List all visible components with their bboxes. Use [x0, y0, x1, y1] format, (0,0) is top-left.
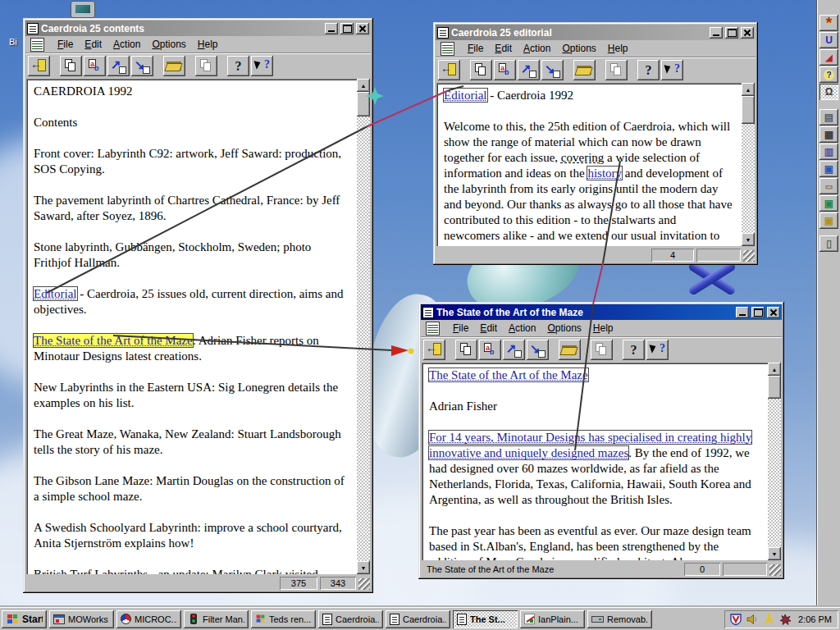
- menu-edit[interactable]: Edit: [79, 37, 107, 52]
- vertical-scrollbar[interactable]: ▲ ▼: [357, 79, 370, 574]
- scroll-up-button[interactable]: ▲: [768, 363, 781, 376]
- printer-dark-icon-button[interactable]: [819, 126, 838, 143]
- vertical-scrollbar[interactable]: ▲ ▼: [742, 83, 755, 246]
- scroll-thumb[interactable]: [768, 376, 781, 399]
- close-button[interactable]: [356, 23, 369, 34]
- menu-action[interactable]: Action: [518, 41, 556, 56]
- editorial-link[interactable]: Editorial: [444, 89, 487, 102]
- context-help-button[interactable]: ?: [251, 56, 273, 76]
- open-folder-button[interactable]: [163, 56, 185, 76]
- task-button-removable[interactable]: Removab...: [587, 610, 652, 628]
- mouse-device-icon-button[interactable]: [819, 178, 838, 194]
- menu-help[interactable]: Help: [602, 41, 634, 56]
- menu-edit[interactable]: Edit: [489, 41, 518, 56]
- pda-icon-button[interactable]: [819, 235, 838, 252]
- open-folder-button[interactable]: [559, 340, 581, 360]
- exit-button[interactable]: ←: [28, 56, 50, 76]
- task-button-ianplain[interactable]: IanPlain...: [520, 610, 585, 628]
- search-replace-button[interactable]: ab: [494, 60, 516, 80]
- menu-options[interactable]: Options: [541, 321, 587, 336]
- start-button[interactable]: Start: [2, 610, 47, 628]
- titlebar[interactable]: Caerdroia 25 contents: [25, 21, 371, 36]
- guide-app-icon[interactable]: [422, 307, 434, 318]
- context-help-button[interactable]: ?: [661, 60, 683, 80]
- stapler-icon-button[interactable]: [819, 49, 838, 66]
- document-icon-button[interactable]: [27, 37, 47, 52]
- printer-color-icon-button[interactable]: [819, 109, 838, 126]
- desktop-icon[interactable]: [71, 1, 95, 18]
- task-button-microc[interactable]: MICROC...: [116, 610, 181, 628]
- article-title-link[interactable]: The State of the Art of the Maze: [429, 368, 588, 381]
- minimize-button[interactable]: [710, 27, 723, 39]
- guide-app-icon[interactable]: [437, 27, 449, 39]
- editorial-link[interactable]: Editorial: [34, 287, 77, 300]
- resize-grip[interactable]: [358, 578, 370, 590]
- menu-edit[interactable]: Edit: [474, 321, 503, 336]
- scroll-thumb[interactable]: [742, 96, 755, 124]
- scroll-down-button[interactable]: ▼: [357, 561, 370, 574]
- jump-in-button[interactable]: ↘: [541, 60, 564, 80]
- history-link[interactable]: history: [587, 167, 622, 180]
- menu-action[interactable]: Action: [503, 321, 541, 336]
- menu-file[interactable]: File: [462, 41, 489, 56]
- virus-shield-icon[interactable]: [729, 613, 742, 626]
- copy-button[interactable]: [605, 60, 628, 80]
- menu-action[interactable]: Action: [107, 37, 146, 52]
- scroll-thumb[interactable]: [357, 92, 370, 116]
- task-button-moworks[interactable]: MOWorks: [49, 610, 114, 628]
- coil-icon-button[interactable]: [819, 32, 838, 48]
- resize-grip[interactable]: [743, 250, 755, 262]
- task-button-caerdroia-1[interactable]: Caerdroia...: [318, 610, 383, 628]
- device-green-icon-button[interactable]: [819, 195, 838, 212]
- search-replace-button[interactable]: ab: [84, 56, 106, 76]
- close-button[interactable]: [767, 307, 780, 318]
- note-link[interactable]: covering: [561, 151, 604, 164]
- jump-in-button[interactable]: ↘: [131, 56, 153, 76]
- copy-pages-button[interactable]: [455, 340, 477, 360]
- scroll-down-button[interactable]: ▼: [742, 233, 755, 246]
- menu-file[interactable]: File: [52, 37, 79, 52]
- scroll-down-button[interactable]: ▼: [768, 547, 781, 560]
- search-replace-button[interactable]: ab: [479, 340, 501, 360]
- menu-help[interactable]: Help: [587, 321, 619, 336]
- minimize-button[interactable]: [736, 307, 749, 318]
- scroll-up-button[interactable]: ▲: [742, 83, 755, 96]
- maximize-button[interactable]: [725, 27, 738, 39]
- menu-options[interactable]: Options: [556, 41, 601, 56]
- copy-button[interactable]: [195, 56, 217, 76]
- task-button-teds[interactable]: Teds ren...: [251, 610, 316, 628]
- minimize-button[interactable]: [325, 23, 338, 34]
- resize-grip[interactable]: [769, 564, 781, 576]
- menu-file[interactable]: File: [447, 321, 474, 336]
- exit-button[interactable]: ←: [438, 60, 460, 80]
- titlebar[interactable]: Caerdroia 25 editorial: [436, 25, 756, 40]
- scroll-up-button[interactable]: ▲: [357, 79, 370, 92]
- jump-out-button[interactable]: ↗: [518, 60, 540, 80]
- help-button[interactable]: ?: [623, 340, 645, 360]
- exit-button[interactable]: ←: [423, 340, 445, 360]
- bulb-help-icon-button[interactable]: [819, 66, 838, 83]
- jump-in-button[interactable]: ↘: [527, 340, 549, 360]
- printer-send-icon-button[interactable]: [819, 144, 838, 160]
- help-button[interactable]: ?: [637, 60, 660, 80]
- task-button-caerdroia-2[interactable]: Caerdroia...: [386, 610, 450, 628]
- copy-pages-button[interactable]: [470, 60, 492, 80]
- jump-out-button[interactable]: ↗: [503, 340, 525, 360]
- help-button[interactable]: ?: [227, 56, 249, 76]
- jump-out-button[interactable]: ↗: [107, 56, 130, 76]
- monitor-icon-button[interactable]: [819, 161, 838, 177]
- close-button[interactable]: [741, 27, 754, 39]
- maximize-button[interactable]: [340, 23, 354, 34]
- task-button-the-state-active[interactable]: The St...: [453, 610, 518, 628]
- document-icon-button[interactable]: [437, 41, 457, 56]
- menu-options[interactable]: Options: [146, 37, 191, 52]
- bug-icon-button[interactable]: [819, 15, 838, 31]
- runner-icon[interactable]: [762, 613, 775, 626]
- maximize-button[interactable]: [751, 307, 765, 318]
- vertical-scrollbar[interactable]: ▲ ▼: [768, 363, 781, 560]
- volume-icon[interactable]: [746, 613, 759, 626]
- copy-button[interactable]: [591, 340, 613, 360]
- open-folder-button[interactable]: [573, 60, 596, 80]
- clock[interactable]: 2:06 PM: [798, 614, 832, 624]
- titlebar[interactable]: The State of the Art of the Maze: [421, 304, 782, 320]
